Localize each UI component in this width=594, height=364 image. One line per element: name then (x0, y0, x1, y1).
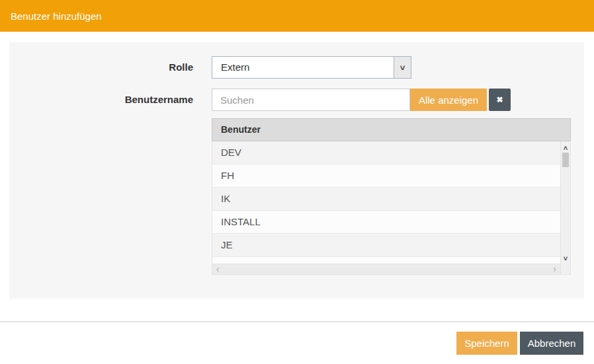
table-row[interactable]: INSTALL (212, 211, 560, 234)
scroll-up-icon[interactable]: ˄ (561, 144, 570, 152)
clear-search-button[interactable]: ✖ (489, 89, 511, 111)
cancel-button[interactable]: Abbrechen (520, 332, 583, 355)
add-user-dialog: Benutzer hinzufügen Rolle Extern ˅ Benut… (0, 0, 594, 364)
form-panel: Rolle Extern ˅ Benutzername Alle anzeige… (9, 42, 584, 299)
show-all-button[interactable]: Alle anzeigen (410, 89, 487, 111)
scrollbar-thumb[interactable] (562, 153, 569, 167)
dialog-title: Benutzer hinzufügen (11, 11, 102, 22)
table-header-benutzer: Benutzer (212, 118, 571, 141)
user-table: Benutzer DEVFHIKINSTALLJE ‹ › ˄ ˅ (212, 118, 571, 275)
scroll-left-icon[interactable]: ‹ (216, 264, 220, 275)
table-rows: DEVFHIKINSTALLJE (212, 141, 560, 257)
role-select-value: Extern (212, 57, 394, 78)
save-button[interactable]: Speichern (456, 332, 517, 355)
dialog-titlebar: Benutzer hinzufügen (0, 0, 594, 32)
table-rows-column: DEVFHIKINSTALLJE ‹ › (212, 141, 560, 274)
table-row[interactable]: FH (212, 164, 560, 188)
table-row[interactable]: DEV (212, 141, 560, 164)
close-icon: ✖ (496, 95, 503, 104)
role-select[interactable]: Extern ˅ (212, 56, 411, 79)
role-label: Rolle (9, 56, 193, 79)
table-body: DEVFHIKINSTALLJE ‹ › ˄ ˅ (212, 141, 571, 275)
username-label: Benutzername (9, 89, 193, 111)
search-input[interactable] (212, 89, 410, 111)
table-row[interactable]: JE (212, 234, 560, 257)
chevron-down-icon[interactable]: ˅ (394, 57, 411, 78)
table-row-partial (212, 257, 560, 264)
vertical-scrollbar[interactable]: ˄ ˅ (560, 141, 570, 274)
footer-divider (0, 321, 594, 322)
table-row[interactable]: IK (212, 188, 560, 211)
scroll-right-icon[interactable]: › (553, 264, 556, 275)
horizontal-scrollbar[interactable]: ‹ › (212, 264, 560, 274)
scroll-down-icon[interactable]: ˅ (561, 254, 570, 262)
